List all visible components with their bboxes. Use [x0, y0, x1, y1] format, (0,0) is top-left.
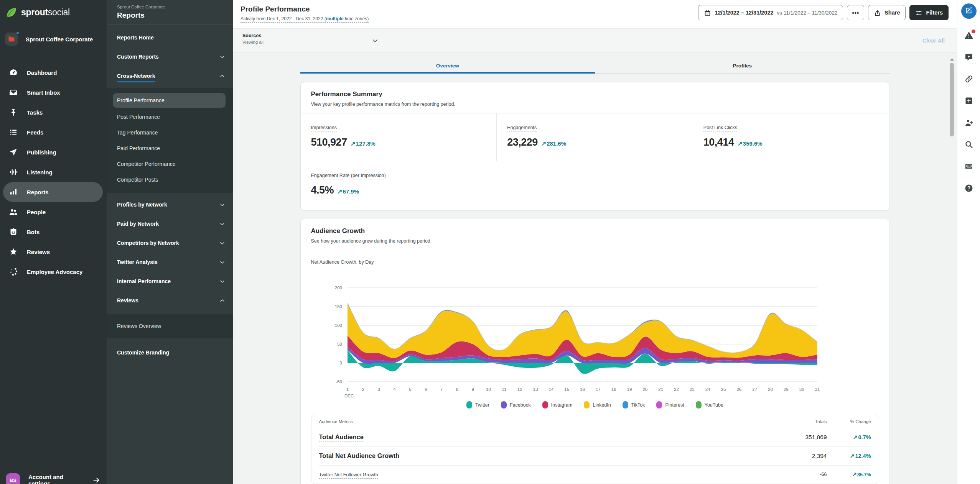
performance-summary-title: Performance Summary [311, 90, 879, 98]
help-button[interactable] [961, 181, 977, 196]
chart-legend: TwitterFacebookInstagramLinkedInTikTokPi… [311, 401, 879, 409]
reports-nav-item-twitter-analysis[interactable]: Twitter Analysis [107, 253, 233, 272]
keyboard-shortcuts-button[interactable] [961, 159, 977, 174]
reports-nav-label: Internal Performance [117, 278, 171, 284]
sidebar-item-feeds[interactable]: Feeds [3, 122, 103, 142]
legend-item-twitter[interactable]: Twitter [466, 401, 489, 409]
create-new-button[interactable] [961, 94, 977, 109]
legend-item-pinterest[interactable]: Pinterest [656, 401, 684, 409]
reports-nav-label: Custom Reports [117, 54, 159, 60]
reports-nav-item-reports-home[interactable]: Reports Home [107, 28, 233, 47]
reports-nav-item-competitors-by-network[interactable]: Competitors by Network [107, 233, 233, 253]
scroll-up-arrow[interactable] [950, 58, 954, 61]
chart-subtitle: Net Audience Growth, by Day [311, 259, 879, 265]
tab-overview[interactable]: Overview [300, 59, 595, 74]
help-icon [964, 184, 973, 194]
dots-cluster-icon [9, 267, 18, 276]
reports-nav-item-paid-by-network[interactable]: Paid by Network [107, 214, 233, 233]
account-switcher[interactable]: Sprout Coffee Corporate [0, 33, 107, 46]
row-label[interactable]: Total Audience [319, 433, 364, 441]
sidebar-item-label: Employee Advocacy [27, 269, 82, 275]
legend-item-linkedin[interactable]: LinkedIn [584, 401, 611, 409]
metric-post-link-clicks: Post Link Clicks10,414↗359.6% [693, 113, 889, 161]
more-options-button[interactable]: ••• [847, 5, 864, 20]
reports-nav-item-profiles-by-network[interactable]: Profiles by Network [107, 195, 233, 214]
reports-nav-item-cross-network[interactable]: Cross-Network [107, 66, 233, 85]
sidebar-item-smart-inbox[interactable]: Smart Inbox [3, 82, 103, 102]
audience-growth-card: Audience Growth See how your audience gr… [300, 219, 890, 484]
chart-block: Net Audience Growth, by Day 200150100500… [301, 250, 889, 484]
reports-nav-item-reviews[interactable]: Reviews [107, 291, 233, 310]
svg-text:26: 26 [736, 387, 741, 392]
metric-value-line: 510,927↗127.8% [311, 136, 486, 148]
sidebar-item-label: Reviews [27, 249, 50, 255]
sidebar-item-label: Listening [27, 169, 53, 176]
reports-nav-item-customize-branding[interactable]: Customize Branding [107, 343, 233, 362]
tab-profiles[interactable]: Profiles [595, 59, 890, 74]
legend-item-facebook[interactable]: Facebook [501, 401, 531, 409]
sidebar-item-bots[interactable]: Bots [3, 222, 103, 242]
metric-value: 10,414 [703, 136, 734, 148]
svg-text:28: 28 [768, 387, 773, 392]
date-range-button[interactable]: 12/1/2022 – 12/31/2022 vs 11/1/2022 – 11… [698, 5, 843, 20]
reports-nav-item-post-performance[interactable]: Post Performance [107, 109, 233, 125]
multiple-timezones-link[interactable]: multiple [326, 16, 344, 21]
reports-nav-item-competitor-performance[interactable]: Competitor Performance [107, 156, 233, 172]
reports-nav-section: Reports HomeCustom ReportsCross-Network [107, 25, 233, 88]
legend-item-youtube[interactable]: YouTube [696, 401, 723, 409]
legend-swatch [466, 401, 472, 409]
connect-profile-button[interactable] [961, 72, 977, 87]
legend-swatch [623, 401, 628, 409]
invite-teammate-button[interactable] [961, 115, 977, 131]
row-label[interactable]: Total Net Audience Growth [319, 452, 400, 460]
sidebar-item-listening[interactable]: Listening [3, 162, 103, 182]
sidebar-item-dashboard[interactable]: Dashboard [3, 62, 103, 82]
metric-label[interactable]: Impressions [311, 125, 337, 131]
sidebar-item-reports[interactable]: Reports [3, 182, 103, 202]
share-button[interactable]: Share [868, 5, 906, 20]
sources-filter[interactable]: Sources Viewing all [233, 29, 385, 53]
equalizer-icon [9, 167, 18, 177]
metric-label[interactable]: Post Link Clicks [703, 125, 737, 131]
reports-nav-item-internal-performance[interactable]: Internal Performance [107, 272, 233, 291]
svg-text:15: 15 [564, 387, 569, 392]
svg-text:25: 25 [721, 387, 726, 392]
filters-button[interactable]: Filters [909, 5, 949, 20]
reports-nav-item-competitor-posts[interactable]: Competitor Posts [107, 172, 233, 187]
sidebar-item-people[interactable]: People [3, 202, 103, 222]
legend-item-instagram[interactable]: Instagram [542, 401, 573, 409]
notification-dot [16, 31, 20, 35]
account-settings[interactable]: BS Account and settings [0, 469, 107, 484]
notification-badge [972, 30, 975, 33]
account-settings-label: Account and settings [28, 474, 84, 484]
reports-nav-item-paid-performance[interactable]: Paid Performance [107, 140, 233, 156]
clear-all-button[interactable]: Clear All [922, 38, 957, 44]
reports-nav-item-custom-reports[interactable]: Custom Reports [107, 47, 233, 66]
scrollbar-thumb[interactable] [950, 63, 954, 136]
metrics-row: Impressions510,927↗127.8%Engagements23,2… [301, 113, 889, 161]
alerts-button[interactable] [961, 28, 977, 43]
svg-text:24: 24 [705, 387, 710, 392]
metric-label[interactable]: Engagements [507, 125, 537, 131]
metric-label[interactable]: Engagement Rate (per Impression) [311, 173, 386, 179]
metric-change-value: 67.9% [343, 188, 359, 195]
row-change-value: 12.4% [855, 453, 871, 459]
activity-range[interactable]: Activity from Dec 1, 2022 - Dec 31, 2022… [240, 16, 369, 23]
sidebar-item-employee-advocacy[interactable]: Employee Advocacy [3, 262, 103, 282]
compose-button[interactable] [961, 3, 977, 19]
svg-text:1: 1 [346, 387, 348, 392]
row-change-value: 85.7% [857, 472, 871, 477]
reports-nav-item-tag-performance[interactable]: Tag Performance [107, 125, 233, 140]
sidebar-item-reviews[interactable]: Reviews [3, 242, 103, 262]
ellipsis-icon: ••• [852, 10, 859, 16]
messages-button[interactable] [961, 50, 977, 65]
person-plus-icon [964, 118, 973, 128]
legend-item-tiktok[interactable]: TikTok [623, 401, 645, 409]
svg-text:150: 150 [334, 304, 342, 309]
sidebar-item-publishing[interactable]: Publishing [3, 142, 103, 162]
reports-nav-item-profile-performance[interactable]: Profile Performance [113, 93, 226, 108]
sidebar-item-tasks[interactable]: Tasks [3, 102, 103, 122]
search-button[interactable] [961, 137, 977, 153]
row-label[interactable]: Twitter Net Follower Growth [319, 472, 378, 479]
reports-nav-item-reviews-overview[interactable]: Reviews Overview [107, 318, 233, 334]
